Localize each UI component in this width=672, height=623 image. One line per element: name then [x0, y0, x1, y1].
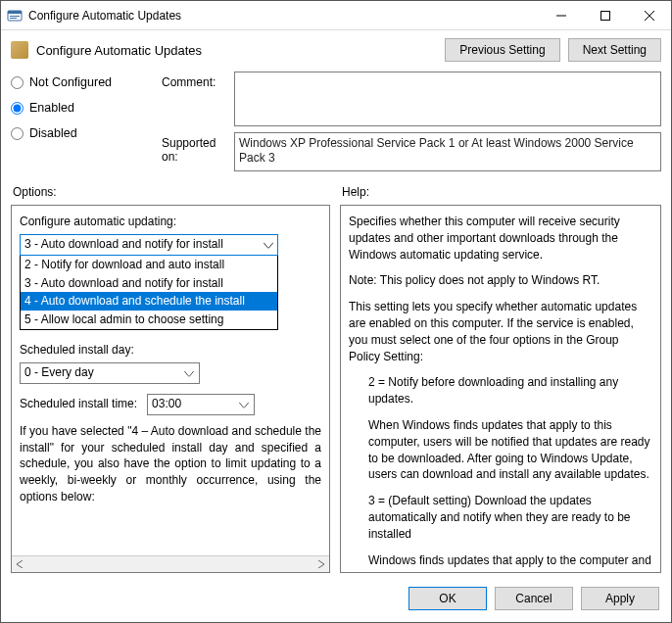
next-setting-button[interactable]: Next Setting: [568, 38, 661, 62]
options-scroll[interactable]: Configure automatic updating: 3 - Auto d…: [12, 206, 329, 555]
radio-enabled-input[interactable]: [11, 102, 24, 115]
help-label: Help:: [342, 185, 369, 199]
options-footnote: If you have selected "4 – Auto download …: [20, 423, 321, 505]
dialog-footer: OK Cancel Apply: [1, 577, 671, 622]
policy-title: Configure Automatic Updates: [36, 43, 437, 58]
scheduled-day-value: 0 - Every day: [24, 364, 94, 381]
header-row: Configure Automatic Updates Previous Set…: [1, 30, 671, 68]
state-radio-group: Not Configured Enabled Disabled: [11, 72, 158, 140]
scheduled-time-value: 03:00: [152, 396, 181, 412]
close-button[interactable]: [627, 1, 671, 30]
policy-icon: [11, 41, 28, 59]
radio-not-configured-label: Not Configured: [29, 75, 112, 89]
chevron-down-icon: [239, 396, 249, 412]
configure-updating-value: 3 - Auto download and notify for install: [24, 236, 223, 253]
options-horizontal-scrollbar[interactable]: [12, 555, 329, 572]
scheduled-day-label: Scheduled install day:: [20, 342, 321, 359]
radio-not-configured-input[interactable]: [11, 76, 24, 89]
supported-on-text: Windows XP Professional Service Pack 1 o…: [239, 136, 634, 165]
window-title: Configure Automatic Updates: [28, 9, 539, 23]
svg-rect-1: [8, 11, 22, 14]
help-paragraph: Note: This policy does not apply to Wind…: [349, 272, 652, 289]
minimize-button[interactable]: [539, 1, 583, 30]
cancel-button[interactable]: Cancel: [495, 587, 573, 610]
svg-rect-3: [10, 18, 17, 19]
help-paragraph: When Windows finds updates that apply to…: [349, 417, 652, 483]
apply-button[interactable]: Apply: [581, 587, 659, 610]
chevron-down-icon: [264, 236, 273, 253]
help-pane: Specifies whether this computer will rec…: [340, 205, 661, 573]
scroll-right-icon[interactable]: [312, 556, 329, 573]
help-scroll[interactable]: Specifies whether this computer will rec…: [341, 206, 660, 572]
help-paragraph: Specifies whether this computer will rec…: [349, 214, 652, 263]
ok-button[interactable]: OK: [408, 587, 487, 610]
radio-disabled-label: Disabled: [29, 126, 77, 140]
configure-updating-select[interactable]: 3 - Auto download and notify for install: [20, 234, 278, 256]
radio-disabled-input[interactable]: [11, 127, 24, 140]
help-paragraph: 2 = Notify before downloading and instal…: [349, 374, 652, 407]
scroll-left-icon[interactable]: [12, 556, 28, 573]
dropdown-option[interactable]: 3 - Auto download and notify for install: [21, 274, 277, 293]
maximize-button[interactable]: [583, 1, 627, 30]
radio-not-configured[interactable]: Not Configured: [11, 75, 158, 89]
section-labels: Options: Help:: [1, 177, 671, 201]
previous-setting-button[interactable]: Previous Setting: [445, 38, 559, 62]
titlebar: Configure Automatic Updates: [1, 1, 671, 30]
comment-label: Comment:: [162, 72, 230, 89]
dropdown-option[interactable]: 2 - Notify for download and auto install: [21, 256, 277, 274]
help-paragraph: 3 = (Default setting) Download the updat…: [349, 493, 652, 542]
dialog-window: Configure Automatic Updates Configure Au…: [0, 0, 672, 623]
panes: Configure automatic updating: 3 - Auto d…: [1, 201, 671, 577]
options-label: Options:: [13, 185, 342, 199]
comment-input[interactable]: [234, 72, 661, 126]
help-paragraph: Windows finds updates that apply to the …: [349, 552, 652, 569]
help-paragraph: This setting lets you specify whether au…: [349, 299, 652, 364]
top-grid: Not Configured Enabled Disabled Comment:…: [1, 68, 671, 177]
radio-disabled[interactable]: Disabled: [11, 126, 158, 140]
svg-rect-2: [10, 16, 20, 17]
radio-enabled-label: Enabled: [29, 101, 74, 115]
scheduled-time-label: Scheduled install time:: [20, 396, 137, 412]
radio-enabled[interactable]: Enabled: [11, 101, 158, 115]
app-icon: [7, 8, 23, 24]
supported-on-box: Windows XP Professional Service Pack 1 o…: [234, 132, 661, 171]
configure-updating-dropdown[interactable]: 2 - Notify for download and auto install…: [20, 255, 278, 330]
dropdown-option[interactable]: 5 - Allow local admin to choose setting: [21, 311, 277, 329]
scheduled-day-select[interactable]: 0 - Every day: [20, 362, 200, 384]
svg-rect-5: [600, 11, 609, 20]
chevron-down-icon: [184, 364, 194, 381]
configure-updating-label: Configure automatic updating:: [20, 214, 321, 230]
options-pane: Configure automatic updating: 3 - Auto d…: [11, 205, 330, 573]
scheduled-time-select[interactable]: 03:00: [147, 394, 255, 415]
dropdown-option[interactable]: 4 - Auto download and schedule the insta…: [21, 292, 277, 311]
supported-on-label: Supported on:: [162, 132, 230, 164]
